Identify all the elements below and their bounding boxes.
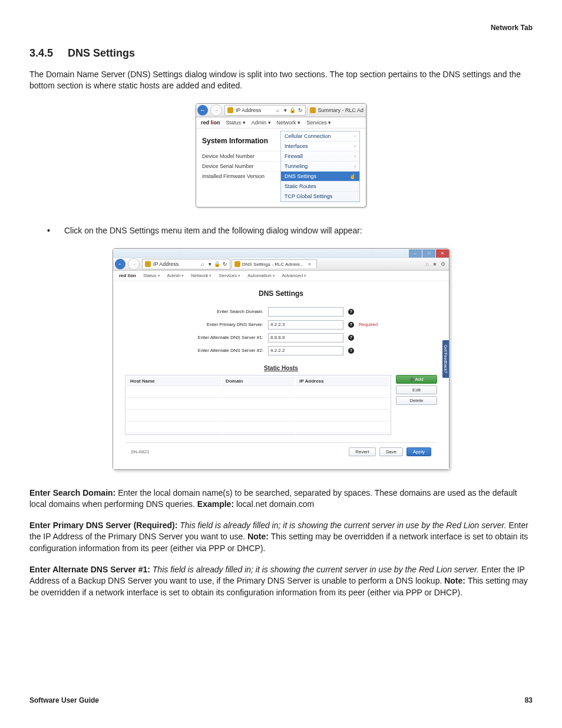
- menu-advanced[interactable]: Advanced: [282, 273, 307, 278]
- dd-tunneling[interactable]: Tunneling: [281, 162, 359, 172]
- label: Note:: [444, 576, 468, 585]
- lock-icon: 🔒: [214, 261, 220, 267]
- window-maximize-button[interactable]: □: [422, 249, 435, 258]
- search-icon[interactable]: ⌕: [276, 107, 282, 113]
- logo-redlion: red lion: [201, 120, 220, 126]
- site-icon: [145, 261, 151, 267]
- system-information-title: System Information: [202, 137, 280, 145]
- address-input[interactable]: IP Address ⌕ ▾ 🔒 ↻: [224, 105, 306, 116]
- search-icon[interactable]: ⌕: [201, 261, 206, 267]
- add-button[interactable]: Add: [396, 375, 437, 384]
- table-row[interactable]: [127, 399, 389, 410]
- help-icon[interactable]: ?: [348, 322, 354, 328]
- alt-dns2-input[interactable]: 4.2.2.2: [268, 346, 343, 355]
- table-row[interactable]: [127, 411, 389, 421]
- dd-interfaces[interactable]: Interfaces: [281, 141, 359, 151]
- save-button[interactable]: Save: [379, 447, 403, 456]
- para-search-domain: Enter Search Domain: Enter the local dom…: [29, 487, 533, 510]
- dropdown-icon[interactable]: ▾: [209, 261, 211, 267]
- home-icon[interactable]: ⌂: [426, 261, 429, 267]
- dd-tcp-global-settings[interactable]: TCP Global Settings: [281, 192, 359, 202]
- label: Enter Search Domain:: [29, 488, 118, 498]
- address-text: IP Address: [236, 107, 261, 113]
- section-heading: 3.4.5 DNS Settings: [29, 47, 533, 60]
- menu-automation[interactable]: Automation: [247, 273, 275, 278]
- help-icon[interactable]: ?: [348, 335, 354, 341]
- screenshot-network-menu: ← → IP Address ⌕ ▾ 🔒 ↻ Summary - RLC Ad …: [196, 103, 366, 207]
- refresh-icon[interactable]: ↻: [298, 107, 303, 113]
- browser-address-bar: ← → IP Address ⌕ ▾ 🔒 ↻ Summary - RLC Ad: [196, 104, 366, 117]
- col-ip-address[interactable]: IP Address: [296, 377, 389, 386]
- italic-text: This field is already filled in; it is s…: [180, 521, 508, 530]
- label: Enter Primary DNS Server (Required):: [29, 521, 180, 530]
- col-domain[interactable]: Domain: [222, 377, 295, 386]
- apply-button[interactable]: Apply: [406, 447, 431, 456]
- dropdown-icon[interactable]: ▾: [284, 107, 287, 113]
- screenshot-dns-settings-dialog: – □ ✕ ← → IP Address ⌕ ▾ 🔒 ↻ DNS Setting…: [113, 248, 449, 470]
- device-serial-row: Device Serial Number: [202, 161, 280, 171]
- delete-button[interactable]: Delete: [396, 396, 437, 405]
- revert-button[interactable]: Revert: [349, 447, 376, 456]
- dd-dns-settings[interactable]: DNS Settings ☝: [281, 172, 359, 182]
- label: Enter Alternate DNS Server #1:: [29, 565, 153, 574]
- forward-button[interactable]: →: [210, 104, 222, 116]
- menu-admin[interactable]: Admin: [167, 273, 184, 278]
- text: local.net domain.com: [236, 499, 314, 509]
- required-label: Required: [359, 322, 381, 327]
- help-icon[interactable]: ?: [348, 348, 354, 354]
- address-input[interactable]: IP Address ⌕ ▾ 🔒 ↻: [142, 259, 230, 269]
- back-button[interactable]: ←: [115, 259, 125, 269]
- table-row[interactable]: [127, 387, 389, 398]
- site-icon: [227, 107, 233, 113]
- help-icon[interactable]: ?: [348, 309, 354, 315]
- static-hosts-heading: Static Hosts: [125, 365, 437, 371]
- menu-services[interactable]: Services: [219, 273, 241, 278]
- header-breadcrumb: Network Tab: [491, 24, 533, 32]
- italic-text: This field is already filled in; it is s…: [153, 565, 481, 574]
- menu-status[interactable]: Status: [226, 120, 246, 126]
- window-minimize-button[interactable]: –: [409, 249, 422, 258]
- para-primary-dns: Enter Primary DNS Server (Required): Thi…: [29, 520, 533, 555]
- menu-network[interactable]: Network: [277, 120, 301, 126]
- refresh-icon[interactable]: ↻: [223, 261, 227, 267]
- footer-page-number: 83: [525, 696, 533, 704]
- label: Note:: [247, 532, 271, 541]
- menu-status[interactable]: Status: [143, 273, 160, 278]
- bullet-instruction: • Click on the DNS Settings menu item an…: [47, 225, 533, 236]
- static-hosts-table: Host Name Domain IP Address: [125, 375, 391, 435]
- menu-network[interactable]: Network: [191, 273, 211, 278]
- footer-left: Software User Guide: [29, 696, 99, 704]
- menu-admin[interactable]: Admin: [252, 120, 271, 126]
- dd-static-routes[interactable]: Static Routes: [281, 182, 359, 192]
- primary-dns-input[interactable]: 4.2.2.3: [268, 320, 343, 330]
- gear-icon[interactable]: ⚙: [441, 261, 445, 267]
- edit-button[interactable]: Edit: [396, 386, 437, 394]
- site-icon: [310, 107, 316, 113]
- favorite-icon[interactable]: ★: [432, 261, 437, 267]
- forward-button[interactable]: →: [128, 258, 140, 270]
- dd-cellular-connection[interactable]: Cellular Connection: [281, 131, 359, 141]
- dd-firewall[interactable]: Firewall: [281, 151, 359, 162]
- menu-services[interactable]: Services: [306, 120, 331, 126]
- col-host-name[interactable]: Host Name: [127, 377, 221, 386]
- close-tab-icon[interactable]: ✕: [308, 262, 312, 267]
- primary-dns-label: Enter Primary DNS Server:: [181, 322, 263, 327]
- alt-dns1-input[interactable]: 8.8.8.8: [268, 333, 343, 342]
- window-titlebar: – □ ✕: [113, 249, 449, 258]
- tab-title: Summary - RLC Ad: [318, 107, 363, 113]
- model-label: SN-6821: [131, 449, 150, 454]
- bullet-text: Click on the DNS Settings menu item and …: [64, 225, 362, 236]
- bullet-dot: •: [47, 225, 50, 236]
- feedback-tab[interactable]: Got Feedback?: [442, 340, 449, 378]
- section-title: DNS Settings: [68, 47, 135, 59]
- search-domain-input[interactable]: [268, 307, 343, 317]
- window-close-button[interactable]: ✕: [436, 249, 449, 258]
- alt-dns2-label: Enter Alternate DNS Server #2:: [181, 348, 263, 353]
- browser-tab-summary[interactable]: Summary - RLC Ad: [307, 107, 366, 113]
- table-row[interactable]: [127, 423, 389, 433]
- browser-tab-dns-settings[interactable]: DNS Settings - RLC Admini... ✕: [232, 259, 317, 268]
- system-info-panel: System Information Device Model Number D…: [202, 129, 280, 202]
- back-button[interactable]: ←: [197, 105, 208, 116]
- label: Example:: [197, 499, 236, 509]
- intro-paragraph: The Domain Name Server (DNS) Settings di…: [29, 69, 533, 91]
